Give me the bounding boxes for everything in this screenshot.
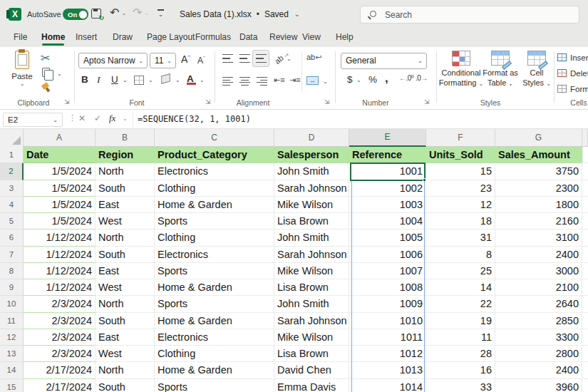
cell-E9[interactable]: 1008 [349, 279, 426, 296]
enter-icon[interactable]: ✓ [94, 113, 101, 123]
cell-G12[interactable]: 3300 [495, 329, 582, 346]
orientation-chevron[interactable]: ⌄ [287, 56, 292, 62]
decrease-decimal-icon[interactable]: .0→ [416, 74, 428, 82]
row-header-6[interactable]: 6 [0, 229, 24, 246]
row-header-5[interactable]: 5 [0, 213, 24, 229]
formula-bar-chevron[interactable]: ⌄ [123, 115, 128, 122]
cell-D7[interactable]: Sarah Johnson [274, 247, 349, 263]
cell-C10[interactable]: Sports [155, 296, 274, 312]
align-bottom-icon[interactable] [256, 54, 267, 63]
cell-B13[interactable]: West [96, 346, 155, 362]
cell-G8[interactable]: 3000 [495, 263, 582, 279]
row-header-8[interactable]: 8 [0, 263, 24, 279]
cell-D9[interactable]: Lisa Brown [274, 279, 349, 296]
format-painter-icon[interactable] [41, 83, 51, 92]
cell-D10[interactable]: John Smith [274, 296, 349, 312]
cell-F14[interactable]: 16 [426, 362, 495, 378]
row-header-2[interactable]: 2 [0, 163, 24, 180]
cell-E15[interactable]: 1014 [349, 379, 426, 392]
paste-button[interactable]: Paste ⌄ [7, 51, 37, 98]
cell-A15[interactable]: 2/17/2024 [24, 379, 96, 392]
cell-G7[interactable]: 2400 [495, 247, 582, 263]
underline-chevron[interactable]: ⌄ [123, 77, 128, 83]
row-header-11[interactable]: 11 [0, 313, 24, 329]
cell-F12[interactable]: 11 [426, 329, 495, 346]
align-top-icon[interactable] [222, 54, 233, 63]
cell-B12[interactable]: East [96, 329, 155, 346]
cell-B2[interactable]: North [96, 163, 155, 180]
row-header-14[interactable]: 14 [0, 362, 24, 378]
cell-C5[interactable]: Sports [155, 213, 274, 229]
row-header-3[interactable]: 3 [0, 180, 24, 197]
cell-A11[interactable]: 2/3/2024 [24, 313, 96, 329]
column-header-G[interactable]: G [495, 129, 582, 147]
column-header-C[interactable]: C [155, 129, 274, 147]
cell-C14[interactable]: Home & Garden [155, 362, 274, 378]
cell-empty[interactable] [582, 346, 588, 362]
cell-C13[interactable]: Clothing [155, 346, 274, 362]
cell-A10[interactable]: 2/3/2024 [24, 296, 96, 312]
cell-G4[interactable]: 1800 [495, 197, 582, 213]
alignment-dialog-launcher[interactable]: ⇲ [324, 98, 331, 105]
cell-empty[interactable] [582, 147, 588, 163]
insert-cells-button[interactable]: Insert [557, 53, 588, 62]
cell-F15[interactable]: 33 [426, 379, 495, 392]
cell-D11[interactable]: Sarah Johnson [274, 313, 349, 329]
quick-access-toolbar-icon[interactable]: ⌄ [157, 9, 165, 18]
column-header-partial[interactable] [582, 129, 588, 147]
cell-C3[interactable]: Clothing [155, 180, 274, 197]
cell-empty[interactable] [582, 180, 588, 197]
cell-C7[interactable]: Electronics [155, 247, 274, 263]
cell-empty[interactable] [582, 197, 588, 213]
undo-button[interactable]: ↶⌄ [110, 6, 126, 19]
cell-E2[interactable]: 1001 [349, 163, 426, 180]
cell-D6[interactable]: John Smith [274, 229, 349, 246]
row-header-10[interactable]: 10 [0, 296, 24, 312]
cell-C9[interactable]: Home & Garden [155, 279, 274, 296]
row-header-1[interactable]: 1 [0, 147, 24, 163]
cell-G14[interactable]: 2400 [495, 362, 582, 378]
document-title[interactable]: Sales Data (1).xlsx•Saved⌄ [180, 9, 299, 19]
font-name-select[interactable]: Aptos Narrow⌄ [78, 53, 148, 68]
cell-B11[interactable]: South [96, 313, 155, 329]
cell-A9[interactable]: 1/12/2024 [24, 279, 96, 296]
wrap-text-icon[interactable]: ab↩ [306, 53, 321, 62]
row-header-12[interactable]: 12 [0, 329, 24, 346]
cell-B9[interactable]: West [96, 279, 155, 296]
cell-D4[interactable]: Mike Wilson [274, 197, 349, 213]
cell-F13[interactable]: 28 [426, 346, 495, 362]
row-header-7[interactable]: 7 [0, 247, 24, 263]
cell-C15[interactable]: Sports [155, 379, 274, 392]
tab-formulas[interactable]: Formulas [190, 29, 236, 47]
currency-chevron[interactable]: ⌄ [356, 77, 361, 83]
column-header-B[interactable]: B [96, 129, 155, 147]
format-cells-button[interactable]: Format [557, 84, 588, 93]
cell-A5[interactable]: 1/5/2024 [24, 213, 96, 229]
cell-A4[interactable]: 1/5/2024 [24, 197, 96, 213]
cell-B10[interactable]: North [96, 296, 155, 312]
bold-button[interactable]: B [81, 74, 88, 85]
cell-G11[interactable]: 2850 [495, 313, 582, 329]
cell-empty[interactable] [582, 362, 588, 378]
cell-F11[interactable]: 19 [426, 313, 495, 329]
cell-empty[interactable] [582, 296, 588, 312]
cell-G13[interactable]: 2800 [495, 346, 582, 362]
column-header-A[interactable]: A [24, 129, 96, 147]
tab-insert[interactable]: Insert [71, 29, 102, 47]
underline-button[interactable]: U [111, 74, 118, 85]
cell-C12[interactable]: Electronics [155, 329, 274, 346]
cell-D3[interactable]: Sarah Johnson [274, 180, 349, 197]
cell-F4[interactable]: 12 [426, 197, 495, 213]
cell-empty[interactable] [582, 279, 588, 296]
autosave-toggle[interactable]: On [63, 9, 88, 20]
cell-G5[interactable]: 2160 [495, 213, 582, 229]
cell-empty[interactable] [582, 379, 588, 392]
font-color-button[interactable]: A [187, 73, 196, 85]
number-dialog-launcher[interactable]: ⇲ [424, 98, 431, 105]
redo-button[interactable]: ↷⌄ [133, 6, 149, 19]
cell-G6[interactable]: 3100 [495, 229, 582, 246]
cell-C8[interactable]: Sports [155, 263, 274, 279]
increase-indent-icon[interactable]: ⇥≡ [289, 76, 301, 85]
cell-F8[interactable]: 25 [426, 263, 495, 279]
cell-A13[interactable]: 2/3/2024 [24, 346, 96, 362]
